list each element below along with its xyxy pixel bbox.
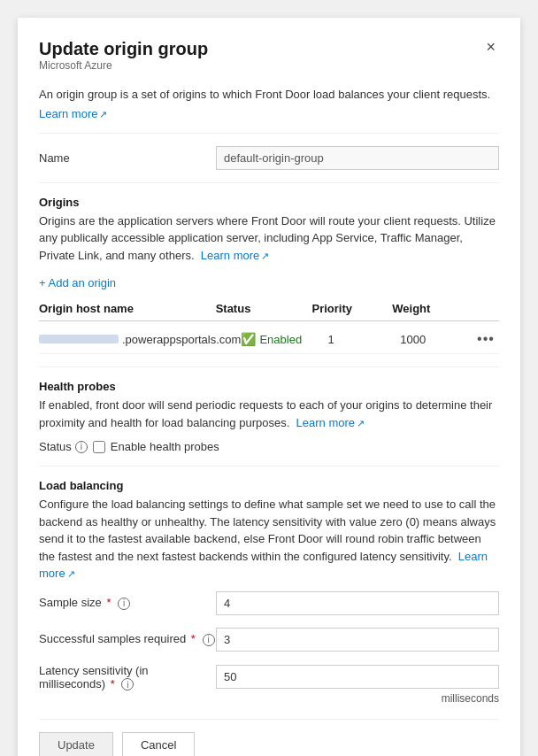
col-header-host: Origin host name: [39, 302, 216, 315]
panel-title: Update origin group: [39, 39, 208, 59]
health-probes-learn-more-link[interactable]: Learn more↗: [293, 416, 365, 429]
sample-size-row: Sample size * i: [39, 591, 499, 615]
name-input[interactable]: [216, 146, 499, 170]
latency-sensitivity-input[interactable]: [216, 665, 499, 689]
load-balancing-ext-icon: ↗: [67, 568, 75, 579]
divider-1: [39, 133, 499, 134]
latency-sensitivity-row: Latency sensitivity (in milliseconds) * …: [39, 664, 499, 691]
sample-size-required: *: [106, 596, 111, 609]
origins-description: Origins are the application servers wher…: [39, 212, 499, 265]
origin-host-cell: .powerappsportals.com: [39, 333, 241, 346]
col-header-weight: Weight: [392, 302, 473, 315]
milliseconds-label: milliseconds: [39, 692, 499, 705]
health-probes-status-label: Status i: [39, 440, 88, 453]
health-probes-section: Health probes If enabled, front door wil…: [39, 380, 499, 453]
col-header-actions: [473, 302, 499, 315]
panel-header: Update origin group Microsoft Azure ×: [39, 39, 499, 82]
latency-sensitivity-label: Latency sensitivity (in milliseconds) * …: [39, 664, 216, 691]
enable-health-probes-checkbox[interactable]: [93, 441, 105, 453]
latency-sensitivity-required: *: [111, 677, 115, 690]
health-probes-description: If enabled, front door will send periodi…: [39, 397, 499, 431]
successful-samples-row: Successful samples required * i: [39, 628, 499, 652]
divider-3: [39, 366, 499, 367]
intro-description: An origin group is a set of origins to w…: [39, 86, 499, 104]
divider-4: [39, 466, 499, 467]
enable-health-probes-label[interactable]: Enable health probes: [93, 440, 219, 453]
table-row: .powerappsportals.com ✅ Enabled 1 1000 •…: [39, 325, 499, 354]
successful-samples-required: *: [191, 632, 196, 645]
origin-weight-cell: 1000: [400, 333, 473, 346]
name-field-row: Name: [39, 146, 499, 170]
successful-samples-label: Successful samples required * i: [39, 632, 216, 646]
sample-size-info-icon: i: [118, 598, 130, 610]
load-balancing-title: Load balancing: [39, 479, 499, 492]
add-origin-button[interactable]: + Add an origin: [39, 273, 116, 293]
cancel-button[interactable]: Cancel: [122, 732, 195, 756]
footer-divider: [39, 719, 499, 720]
health-probes-status-row: Status i Enable health probes: [39, 440, 499, 453]
successful-samples-info-icon: i: [203, 634, 215, 646]
origin-more-button[interactable]: •••: [477, 331, 495, 347]
status-enabled-icon: ✅: [241, 332, 256, 346]
update-button[interactable]: Update: [39, 732, 113, 756]
health-probes-title: Health probes: [39, 380, 499, 393]
external-link-icon: ↗: [99, 109, 107, 120]
successful-samples-input[interactable]: [216, 628, 499, 652]
status-info-icon: i: [75, 441, 88, 453]
origins-ext-icon: ↗: [261, 251, 269, 261]
origins-section: Origins Origins are the application serv…: [39, 196, 499, 355]
origins-title: Origins: [39, 196, 499, 209]
origin-status-cell: ✅ Enabled: [241, 332, 327, 346]
intro-learn-more-link[interactable]: Learn more↗: [39, 107, 107, 120]
col-header-priority: Priority: [312, 302, 393, 315]
divider-2: [39, 182, 499, 183]
name-label: Name: [39, 151, 216, 165]
host-blurred-part: [39, 335, 119, 343]
origin-actions-cell: •••: [473, 331, 499, 347]
host-domain: .powerappsportals.com: [122, 333, 241, 346]
sample-size-label: Sample size * i: [39, 596, 216, 610]
status-enabled-label: Enabled: [259, 333, 302, 346]
origins-learn-more-link[interactable]: Learn more↗: [197, 249, 269, 262]
panel-subtitle: Microsoft Azure: [39, 59, 208, 72]
sample-size-input[interactable]: [216, 591, 499, 615]
load-balancing-section: Load balancing Configure the load balanc…: [39, 479, 499, 705]
update-origin-group-panel: Update origin group Microsoft Azure × An…: [18, 18, 520, 756]
health-probes-ext-icon: ↗: [357, 418, 365, 428]
load-balancing-description: Configure the load balancing settings to…: [39, 496, 499, 582]
col-header-status: Status: [216, 302, 312, 315]
close-button[interactable]: ×: [482, 39, 499, 55]
footer-buttons: Update Cancel: [39, 732, 499, 756]
header-text: Update origin group Microsoft Azure: [39, 39, 208, 82]
origins-table-header: Origin host name Status Priority Weight: [39, 302, 499, 321]
origin-priority-cell: 1: [328, 333, 401, 346]
latency-sensitivity-info-icon: i: [121, 678, 134, 690]
